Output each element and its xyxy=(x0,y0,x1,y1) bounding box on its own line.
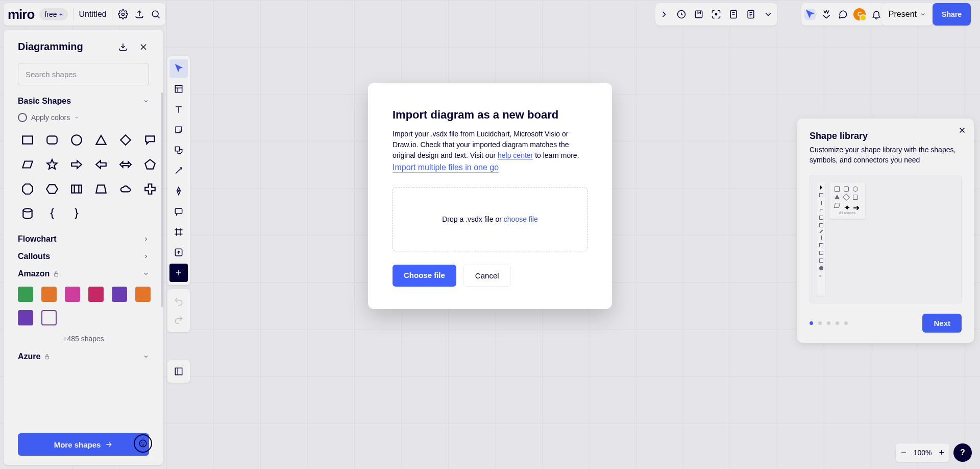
choose-file-link[interactable]: choose file xyxy=(504,215,538,223)
cancel-button[interactable]: Cancel xyxy=(463,265,511,287)
choose-file-button[interactable]: Choose file xyxy=(393,265,456,287)
modal-overlay[interactable]: Import diagram as a new board Import you… xyxy=(0,0,980,469)
import-multiple-link[interactable]: Import multiple files in one go xyxy=(393,163,499,173)
drop-zone[interactable]: Drop a .vsdx file or choose file xyxy=(393,187,587,251)
modal-title: Import diagram as a new board xyxy=(393,108,587,122)
import-modal: Import diagram as a new board Import you… xyxy=(368,83,612,309)
help-center-link[interactable]: help center xyxy=(498,151,533,160)
modal-body: Import your .vsdx file from Lucidchart, … xyxy=(393,129,587,161)
